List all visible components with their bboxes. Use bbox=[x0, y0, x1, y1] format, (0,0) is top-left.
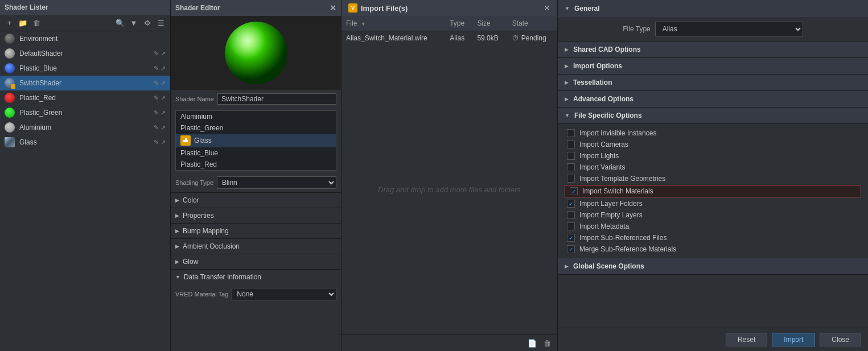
cb-template-geometries-box[interactable] bbox=[567, 175, 575, 183]
edit-icon-red[interactable]: ✎ bbox=[154, 94, 159, 102]
shader-item-glass[interactable]: Glass ✎ ↗ bbox=[0, 135, 170, 150]
cb-invisible-box[interactable] bbox=[567, 129, 575, 137]
options-wrapper: ▼ General File Type Alias CATIA OBJ FBX bbox=[558, 0, 868, 351]
tessellation-arrow-icon: ▶ bbox=[565, 80, 569, 85]
import-files-panel: V Import File(s) ✕ File ▼ Type Size Stat… bbox=[342, 0, 558, 351]
bump-mapping-label: Bump Mapping bbox=[183, 227, 229, 235]
cb-import-switch-materials: ✓ Import Switch Materials bbox=[565, 185, 861, 197]
remove-file-icon[interactable]: 🗑 bbox=[541, 337, 553, 349]
cb-layer-folders-box[interactable]: ✓ bbox=[567, 200, 575, 208]
filter-icon[interactable]: ▼ bbox=[128, 17, 139, 28]
vred-material-tag-select[interactable]: None bbox=[232, 288, 336, 300]
switch-item-plastic-red[interactable]: Plastic_Red bbox=[176, 159, 336, 170]
properties-accordion-header[interactable]: ▶ Properties bbox=[171, 208, 341, 223]
shader-item-environment[interactable]: Environment bbox=[0, 31, 170, 46]
switch-item-plastic-green[interactable]: Plastic_Green bbox=[176, 122, 336, 134]
link-icon-red[interactable]: ↗ bbox=[161, 94, 166, 102]
shader-name-input[interactable] bbox=[217, 93, 336, 105]
cb-switch-materials-box[interactable]: ✓ bbox=[570, 187, 578, 195]
properties-arrow-icon: ▶ bbox=[175, 213, 179, 218]
shader-item-plastic-blue[interactable]: Plastic_Blue ✎ ↗ bbox=[0, 61, 170, 76]
data-transfer-accordion-header[interactable]: ▼ Data Transfer Information bbox=[171, 270, 341, 284]
ambient-occlusion-accordion-header[interactable]: ▶ Ambient Occlusion bbox=[171, 239, 341, 254]
link-icon-green[interactable]: ↗ bbox=[161, 109, 166, 117]
shading-type-select[interactable]: Blinn Phong Lambert bbox=[217, 176, 336, 189]
bump-mapping-accordion-header[interactable]: ▶ Bump Mapping bbox=[171, 224, 341, 238]
shader-item-aluminium[interactable]: Aluminium ✎ ↗ bbox=[0, 120, 170, 135]
file-size-cell: 59.0kB bbox=[472, 31, 507, 46]
import-button[interactable]: Import bbox=[772, 333, 815, 346]
link-icon-glass[interactable]: ↗ bbox=[161, 139, 166, 146]
link-icon-switch[interactable]: ↗ bbox=[161, 80, 166, 87]
tessellation-section[interactable]: ▶ Tessellation bbox=[558, 75, 868, 91]
edit-icon-switch[interactable]: ✎ bbox=[154, 80, 159, 87]
link-icon-aluminium[interactable]: ↗ bbox=[161, 124, 166, 131]
general-arrow-icon: ▼ bbox=[565, 6, 570, 11]
drag-drop-text: Drag and drop to add more files and fold… bbox=[378, 185, 521, 194]
edit-icon-green[interactable]: ✎ bbox=[154, 109, 159, 117]
global-scene-options-section[interactable]: ▶ Global Scene Options bbox=[558, 258, 868, 275]
edit-icon-glass[interactable]: ✎ bbox=[154, 139, 159, 146]
advanced-options-section[interactable]: ▶ Advanced Options bbox=[558, 91, 868, 108]
shader-item-plastic-red[interactable]: Plastic_Red ✎ ↗ bbox=[0, 90, 170, 105]
settings-icon[interactable]: ⚙ bbox=[142, 17, 153, 28]
color-label: Color bbox=[183, 196, 199, 204]
svg-point-1 bbox=[225, 22, 287, 84]
cb-metadata-box[interactable] bbox=[567, 222, 575, 230]
cb-merge-sub-reference-box[interactable]: ✓ bbox=[567, 245, 575, 253]
data-transfer-arrow-icon: ▼ bbox=[175, 274, 180, 280]
close-button[interactable]: Close bbox=[820, 333, 861, 346]
cb-empty-layers-box[interactable] bbox=[567, 211, 575, 219]
glow-accordion-header[interactable]: ▶ Glow bbox=[171, 254, 341, 269]
shader-lister-panel: Shader Lister ＋ 📁 🗑 🔍 ▼ ⚙ ☰ Environment … bbox=[0, 0, 171, 351]
shader-lister-toolbar: ＋ 📁 🗑 🔍 ▼ ⚙ ☰ bbox=[0, 15, 170, 31]
search-icon[interactable]: 🔍 bbox=[114, 17, 126, 28]
cb-sub-referenced-box[interactable]: ✓ bbox=[567, 234, 575, 242]
reset-button[interactable]: Reset bbox=[726, 333, 767, 346]
close-icon[interactable]: ✕ bbox=[330, 3, 336, 13]
menu-icon[interactable]: ☰ bbox=[155, 17, 167, 28]
folder-icon[interactable]: 📁 bbox=[17, 17, 28, 28]
properties-section: ▶ Properties bbox=[171, 208, 341, 223]
switch-item-glass[interactable]: Glass bbox=[176, 134, 336, 147]
file-sort-arrow: ▼ bbox=[361, 21, 366, 27]
cb-cameras-box[interactable] bbox=[567, 141, 575, 148]
shared-cad-title: Shared CAD Options bbox=[573, 46, 641, 53]
link-icon[interactable]: ↗ bbox=[161, 50, 166, 57]
file-row-0[interactable]: Alias_Switch_Material.wire Alias 59.0kB … bbox=[342, 31, 557, 46]
cb-cameras-label: Import Cameras bbox=[579, 141, 628, 148]
file-type-cell: Alias bbox=[445, 31, 472, 46]
shader-item-defaultshader[interactable]: DefaultShader ✎ ↗ bbox=[0, 46, 170, 61]
file-specific-header[interactable]: ▼ File Specific Options bbox=[558, 108, 868, 124]
switch-item-plastic-blue[interactable]: Plastic_Blue bbox=[176, 147, 336, 159]
shader-color-plastic-green bbox=[5, 108, 15, 118]
state-col-header: State bbox=[508, 16, 557, 31]
cb-switch-materials-label: Import Switch Materials bbox=[582, 187, 653, 195]
add-icon[interactable]: ＋ bbox=[3, 17, 15, 28]
trash-icon[interactable]: 🗑 bbox=[31, 17, 42, 28]
import-close-icon[interactable]: ✕ bbox=[544, 3, 550, 13]
color-accordion-header[interactable]: ▶ Color bbox=[171, 193, 341, 208]
global-scene-arrow-icon: ▶ bbox=[565, 263, 569, 269]
shader-name-switchshader: SwitchShader bbox=[19, 79, 149, 87]
import-options-section[interactable]: ▶ Import Options bbox=[558, 58, 868, 75]
general-section-header[interactable]: ▼ General bbox=[558, 0, 868, 17]
link-icon-blue[interactable]: ↗ bbox=[161, 65, 166, 72]
shader-item-plastic-green[interactable]: Plastic_Green ✎ ↗ bbox=[0, 105, 170, 120]
ambient-occlusion-label: Ambient Occlusion bbox=[183, 242, 240, 250]
add-file-icon[interactable]: 📄 bbox=[526, 337, 538, 349]
switch-item-aluminium[interactable]: Aluminium bbox=[176, 111, 336, 122]
vred-material-tag-row: VRED Material Tag None bbox=[171, 284, 341, 304]
cb-variants-box[interactable] bbox=[567, 163, 575, 171]
file-type-select[interactable]: Alias CATIA OBJ FBX bbox=[655, 22, 803, 36]
switch-item-name-plastic-green: Plastic_Green bbox=[180, 124, 223, 132]
shader-item-switchshader[interactable]: SwitchShader ✎ ↗ bbox=[0, 76, 170, 90]
edit-icon[interactable]: ✎ bbox=[154, 50, 159, 57]
shared-cad-section[interactable]: ▶ Shared CAD Options bbox=[558, 42, 868, 58]
edit-icon-aluminium[interactable]: ✎ bbox=[154, 124, 159, 131]
switch-item-name-plastic-red: Plastic_Red bbox=[180, 160, 217, 168]
edit-icon-blue[interactable]: ✎ bbox=[154, 65, 159, 72]
glow-label: Glow bbox=[183, 258, 198, 266]
sphere-preview bbox=[171, 16, 341, 90]
cb-lights-box[interactable] bbox=[567, 152, 575, 160]
